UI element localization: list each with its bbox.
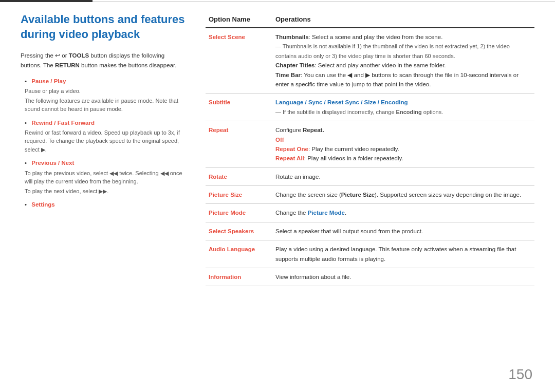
option-name-picture-mode: Picture Mode xyxy=(209,210,246,216)
feature-title-prev-next: Previous / Next xyxy=(31,160,74,166)
operations-select-scene: Thumbnails: Select a scene and play the … xyxy=(272,28,534,94)
page-number: 150 xyxy=(508,366,532,383)
operations-picture-mode: Change the Picture Mode. xyxy=(272,204,534,222)
option-name-rotate: Rotate xyxy=(209,174,227,180)
option-table: Option Name Operations Select Scene Thum… xyxy=(206,12,534,286)
op-text: Repeat One: Play the current video repea… xyxy=(275,146,399,152)
feature-desc-2: To play the next video, select ▶▶. xyxy=(25,187,185,196)
option-name-subtitle: Subtitle xyxy=(209,99,230,105)
table-row: Information View information about a fil… xyxy=(206,268,534,286)
op-text: Change the screen size (Picture Size). S… xyxy=(275,192,521,198)
content-area: Available buttons and features during vi… xyxy=(0,2,555,392)
table-row: Select Speakers Select a speaker that wi… xyxy=(206,222,534,240)
option-name-audio-language: Audio Language xyxy=(209,246,255,252)
operations-rotate: Rotate an image. xyxy=(272,167,534,185)
feature-desc: To play the previous video, select ◀◀ tw… xyxy=(25,169,185,186)
feature-list: Pause / Play Pause or play a video. The … xyxy=(25,77,185,210)
page-title: Available buttons and features during vi… xyxy=(21,12,185,42)
operations-select-speakers: Select a speaker that will output sound … xyxy=(272,222,534,240)
table-row: Audio Language Play a video using a desi… xyxy=(206,240,534,268)
op-note: If the subtitle is displayed incorrectly… xyxy=(275,109,443,115)
operations-repeat: Configure Repeat. Off Repeat One: Play t… xyxy=(272,121,534,168)
col-header-operations: Operations xyxy=(272,12,534,28)
op-text: Change the Picture Mode. xyxy=(275,210,346,216)
list-item: Settings xyxy=(25,200,185,209)
operations-picture-size: Change the screen size (Picture Size). S… xyxy=(272,186,534,204)
operations-audio-language: Play a video using a desired language. T… xyxy=(272,240,534,268)
table-row: Subtitle Language / Sync / Reset Sync / … xyxy=(206,94,534,121)
option-name-picture-size: Picture Size xyxy=(209,192,242,198)
op-text: Select a speaker that will output sound … xyxy=(275,228,423,234)
feature-title-rewind: Rewind / Fast Forward xyxy=(31,120,95,126)
list-item: Pause / Play Pause or play a video. The … xyxy=(25,77,185,114)
list-item: Previous / Next To play the previous vid… xyxy=(25,159,185,195)
top-bar-light xyxy=(92,1,555,2)
op-blue-text: Language / Sync / Reset Sync / Size / En… xyxy=(275,99,408,105)
left-column: Available buttons and features during vi… xyxy=(21,12,185,382)
op-text: Rotate an image. xyxy=(275,174,321,180)
feature-title-settings: Settings xyxy=(31,201,54,208)
option-name-select-speakers: Select Speakers xyxy=(209,228,254,234)
col-header-option-name: Option Name xyxy=(206,12,272,28)
op-text: Chapter Titles: Select and play another … xyxy=(275,62,446,68)
feature-title-pause: Pause / Play xyxy=(31,78,66,84)
option-name-information: Information xyxy=(209,274,241,280)
table-row: Rotate Rotate an image. xyxy=(206,167,534,185)
op-text: Play a video using a desired language. T… xyxy=(275,246,516,262)
table-row: Select Scene Thumbnails: Select a scene … xyxy=(206,28,534,94)
op-text: View information about a file. xyxy=(275,274,351,280)
table-row: Picture Size Change the screen size (Pic… xyxy=(206,186,534,204)
page-container: Available buttons and features during vi… xyxy=(0,0,555,392)
intro-paragraph: Pressing the ↩ or TOOLS button displays … xyxy=(21,51,185,70)
operations-subtitle: Language / Sync / Reset Sync / Size / En… xyxy=(272,94,534,121)
op-text: Time Bar: You can use the ◀ and ▶ button… xyxy=(275,72,519,87)
operations-information: View information about a file. xyxy=(272,268,534,286)
op-text: Thumbnails: Select a scene and play the … xyxy=(275,34,442,40)
op-text: Configure Repeat. xyxy=(275,127,324,133)
feature-desc: Pause or play a video. xyxy=(25,87,185,96)
op-orange-off: Off xyxy=(275,137,284,143)
option-name-repeat: Repeat xyxy=(209,127,228,133)
op-text: Repeat All: Play all videos in a folder … xyxy=(275,155,403,161)
table-row: Repeat Configure Repeat. Off Repeat One:… xyxy=(206,121,534,168)
right-column: Option Name Operations Select Scene Thum… xyxy=(206,12,534,382)
option-name-select-scene: Select Scene xyxy=(209,34,245,40)
feature-desc: Rewind or fast forward a video. Speed up… xyxy=(25,128,185,154)
table-header-row: Option Name Operations xyxy=(206,12,534,28)
op-note: Thumbnails is not available if 1) the th… xyxy=(275,43,510,59)
feature-desc-2: The following features are available in … xyxy=(25,97,185,114)
list-item: Rewind / Fast Forward Rewind or fast for… xyxy=(25,119,185,154)
table-row: Picture Mode Change the Picture Mode. xyxy=(206,204,534,222)
